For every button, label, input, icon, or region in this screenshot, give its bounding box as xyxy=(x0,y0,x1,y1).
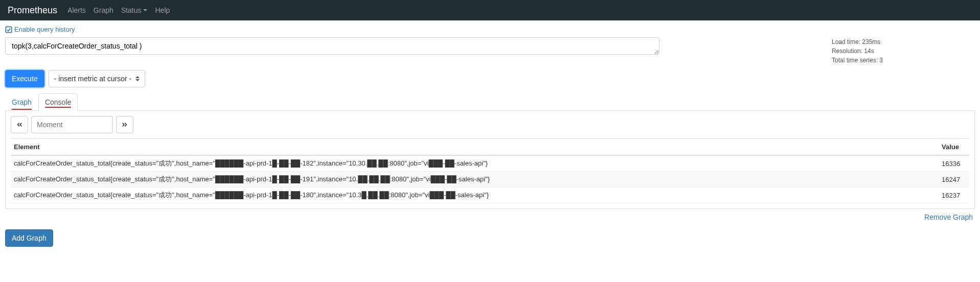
nav-help[interactable]: Help xyxy=(155,6,170,14)
remove-graph-link[interactable]: Remove Graph xyxy=(924,213,973,221)
query-row: topk(3,calcForCreateOrder_status_total )… xyxy=(5,37,975,65)
tab-graph-label: Graph xyxy=(12,98,32,106)
moment-prev-button[interactable] xyxy=(11,116,28,133)
double-chevron-left-icon xyxy=(16,122,22,128)
nav-status-label: Status xyxy=(121,6,142,14)
moment-input[interactable] xyxy=(31,116,113,133)
col-value: Value xyxy=(939,139,969,156)
col-element: Element xyxy=(11,139,939,156)
select-caret-icon xyxy=(135,76,140,81)
svg-rect-0 xyxy=(6,27,11,32)
tab-console[interactable]: Console xyxy=(38,93,78,111)
brand-link[interactable]: Prometheus xyxy=(8,5,57,16)
navbar: Prometheus Alerts Graph Status Help xyxy=(0,0,980,20)
double-chevron-right-icon xyxy=(122,122,128,128)
cell-element: calcForCreateOrder_status_total{create_s… xyxy=(11,172,939,187)
tab-underline xyxy=(45,107,71,108)
tab-console-label: Console xyxy=(45,98,71,106)
enable-query-history-toggle[interactable]: Enable query history xyxy=(5,26,75,33)
table-row: calcForCreateOrder_status_total{create_s… xyxy=(11,155,969,172)
stat-load-time: Load time: 235ms xyxy=(832,37,883,46)
query-stats: Load time: 235ms Resolution: 14s Total t… xyxy=(832,37,975,65)
nav-alerts[interactable]: Alerts xyxy=(67,6,86,14)
console-panel: Element Value calcForCreateOrder_status_… xyxy=(5,111,975,209)
cell-value: 16247 xyxy=(939,172,969,187)
tab-underline xyxy=(12,109,32,110)
tab-graph[interactable]: Graph xyxy=(5,93,38,111)
stat-resolution: Resolution: 14s xyxy=(832,46,883,56)
execute-button[interactable]: Execute xyxy=(5,70,44,87)
moment-row xyxy=(11,116,969,133)
moment-next-button[interactable] xyxy=(116,116,133,133)
cell-value: 16336 xyxy=(939,155,969,172)
table-row: calcForCreateOrder_status_total{create_s… xyxy=(11,172,969,187)
enable-query-history-label: Enable query history xyxy=(14,26,75,33)
cell-value: 16237 xyxy=(939,187,969,203)
checkbox-bold-icon xyxy=(5,26,12,33)
cell-element: calcForCreateOrder_status_total{create_s… xyxy=(11,155,939,172)
nav-graph[interactable]: Graph xyxy=(94,6,113,14)
metric-select-label: - insert metric at cursor - xyxy=(54,74,132,84)
stat-total-series: Total time series: 3 xyxy=(832,56,883,65)
caret-down-icon xyxy=(143,9,147,11)
nav-status[interactable]: Status xyxy=(121,6,148,14)
add-graph-button[interactable]: Add Graph xyxy=(5,229,53,247)
table-row: calcForCreateOrder_status_total{create_s… xyxy=(11,187,969,203)
table-header-row: Element Value xyxy=(11,139,969,156)
main-container: Enable query history topk(3,calcForCreat… xyxy=(0,20,980,252)
cell-element: calcForCreateOrder_status_total{create_s… xyxy=(11,187,939,203)
controls-row: Execute - insert metric at cursor - xyxy=(5,70,975,87)
result-table: Element Value calcForCreateOrder_status_… xyxy=(11,138,969,203)
metric-select[interactable]: - insert metric at cursor - xyxy=(49,70,146,87)
tabs: Graph Console xyxy=(5,93,975,111)
expression-input[interactable]: topk(3,calcForCreateOrder_status_total ) xyxy=(5,37,659,55)
